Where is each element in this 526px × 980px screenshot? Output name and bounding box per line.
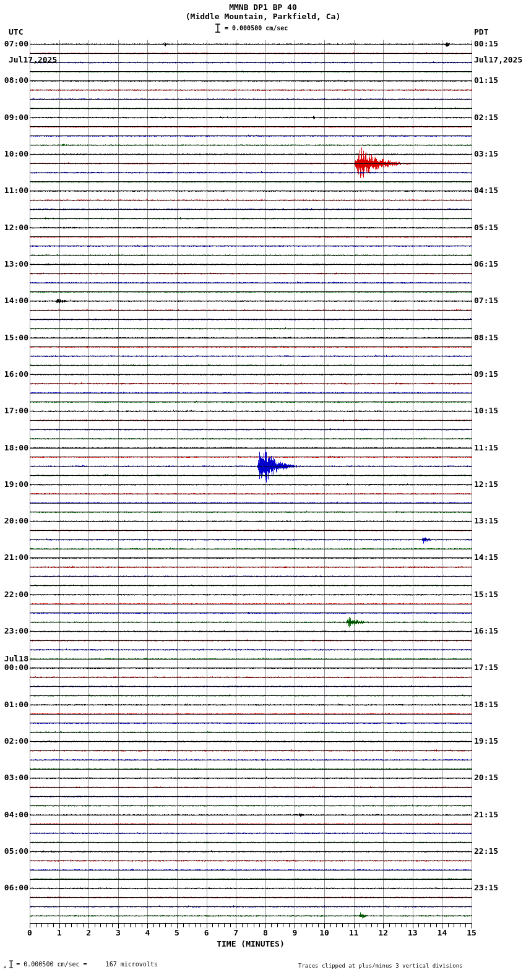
footer-scale-bar-icon — [9, 960, 14, 968]
pdt-hour-label: 00:15 — [474, 39, 498, 48]
utc-hour-label: 23:00 — [2, 626, 28, 635]
x-axis-tick-label: 4 — [139, 928, 155, 937]
utc-hour-label: 00:00 — [2, 663, 28, 672]
pdt-hour-label: 03:15 — [474, 149, 498, 158]
utc-hour-label: 18:00 — [2, 443, 28, 452]
x-axis-tick-label: 10 — [316, 928, 332, 937]
x-axis-tick-label: 12 — [375, 928, 391, 937]
pdt-hour-label: 16:15 — [474, 626, 498, 635]
utc-hour-label: 02:00 — [2, 736, 28, 746]
pdt-hour-label: 20:15 — [474, 773, 498, 782]
utc-hour-label: 12:00 — [2, 223, 28, 232]
utc-hour-label: 05:00 — [2, 846, 28, 856]
x-axis-tick-label: 0 — [22, 928, 38, 937]
scale-label: = 0.000500 cm/sec — [225, 25, 288, 32]
x-axis-tick-label: 3 — [110, 928, 126, 937]
utc-hour-label: 21:00 — [2, 552, 28, 562]
pdt-hour-label: 17:15 — [474, 663, 498, 672]
pdt-hour-label: 22:15 — [474, 846, 498, 856]
pdt-hour-label: 09:15 — [474, 369, 498, 379]
pdt-hour-label: 14:15 — [474, 552, 498, 562]
x-axis-tick-label: 1 — [51, 928, 67, 937]
utc-hour-label: 04:00 — [2, 810, 28, 819]
utc-hour-label: 06:00 — [2, 883, 28, 892]
pdt-hour-label: 12:15 — [474, 479, 498, 489]
pdt-hour-label: 01:15 — [474, 75, 498, 85]
right-timezone: PDT — [474, 27, 522, 37]
pdt-hour-label: 02:15 — [474, 113, 498, 122]
x-axis-tick-label: 2 — [80, 928, 97, 937]
x-axis-label: TIME (MINUTES) — [0, 939, 514, 948]
pdt-hour-label: 08:15 — [474, 333, 498, 342]
footer-tiny-mark: w — [4, 965, 6, 969]
utc-hour-label: 14:00 — [2, 296, 28, 305]
utc-hour-label: 11:00 — [2, 186, 28, 195]
pdt-hour-label: 15:15 — [474, 590, 498, 599]
pdt-hour-label: 04:15 — [474, 186, 498, 195]
left-date: Jul17,2025 — [9, 55, 57, 64]
right-date: Jul17,2025 — [474, 55, 522, 64]
pdt-hour-label: 19:15 — [474, 736, 498, 746]
utc-hour-label: 03:00 — [2, 773, 28, 782]
pdt-hour-label: 18:15 — [474, 700, 498, 709]
utc-hour-label: 20:00 — [2, 516, 28, 525]
footer-scale-note: w = 0.000500 cm/sec = 167 microvolts — [4, 960, 158, 968]
utc-hour-label: 22:00 — [2, 590, 28, 599]
utc-hour-label: 10:00 — [2, 149, 28, 158]
pdt-hour-label: 11:15 — [474, 443, 498, 452]
left-timezone: UTC — [9, 27, 57, 37]
utc-hour-label: 16:00 — [2, 369, 28, 379]
utc-hour-label: 01:00 — [2, 700, 28, 709]
utc-hour-label: 09:00 — [2, 113, 28, 122]
utc-hour-label: 13:00 — [2, 259, 28, 269]
utc-hour-label: 15:00 — [2, 333, 28, 342]
x-axis-tick-label: 15 — [463, 928, 480, 937]
x-axis-tick-label: 8 — [257, 928, 274, 937]
pdt-hour-label: 06:15 — [474, 259, 498, 269]
date-change-label: Jul18 — [2, 654, 28, 663]
footer-microvolts: 167 microvolts — [106, 961, 158, 968]
amplitude-scale: = 0.000500 cm/sec — [215, 24, 288, 33]
x-axis-tick-label: 7 — [228, 928, 244, 937]
pdt-hour-label: 05:15 — [474, 223, 498, 232]
x-axis-tick-label: 9 — [287, 928, 303, 937]
pdt-hour-label: 21:15 — [474, 810, 498, 819]
pdt-hour-label: 07:15 — [474, 296, 498, 305]
helicorder-page: MMNB DP1 BP 40 (Middle Mountain, Parkfie… — [0, 0, 526, 980]
x-axis-tick-label: 6 — [199, 928, 215, 937]
x-axis-tick-label: 13 — [405, 928, 421, 937]
scale-bar-icon — [215, 24, 221, 33]
x-axis-tick-label: 11 — [346, 928, 362, 937]
helicorder-canvas — [0, 0, 526, 980]
utc-hour-label: 07:00 — [2, 39, 28, 48]
x-axis-tick-label: 14 — [434, 928, 450, 937]
x-axis-tick-label: 5 — [169, 928, 185, 937]
pdt-hour-label: 13:15 — [474, 516, 498, 525]
footer-scale-text: = 0.000500 cm/sec = — [16, 961, 87, 968]
page-subtitle: (Middle Mountain, Parkfield, Ca) — [0, 12, 526, 21]
pdt-hour-label: 23:15 — [474, 883, 498, 892]
footer-clip-note: Traces clipped at plus/minus 3 vertical … — [298, 963, 463, 969]
utc-hour-label: 19:00 — [2, 479, 28, 489]
page-title: MMNB DP1 BP 40 — [0, 2, 526, 12]
utc-hour-label: 17:00 — [2, 406, 28, 415]
utc-hour-label: 08:00 — [2, 75, 28, 85]
pdt-hour-label: 10:15 — [474, 406, 498, 415]
